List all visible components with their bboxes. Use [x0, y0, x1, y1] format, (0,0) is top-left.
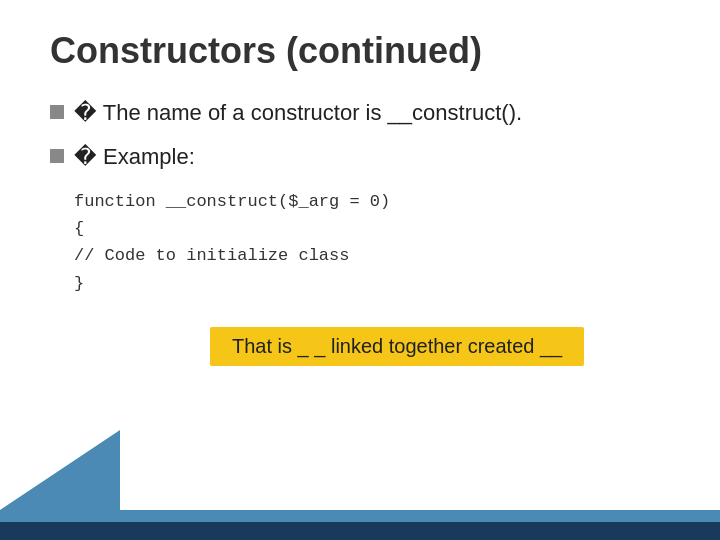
bullet-square-2 [50, 149, 64, 163]
bottom-bar-light [0, 510, 720, 522]
bullet1-text: name of a constructor is __construct(). [141, 100, 523, 125]
example-section: � Example: function __construct($_arg = … [50, 144, 670, 297]
bullet-text-1: � The name of a constructor is __constru… [74, 100, 522, 126]
highlight-box: That is _ _ linked together created __ [210, 327, 584, 366]
code-line-3: // Code to initialize class [74, 242, 670, 269]
bullet-square-1 [50, 105, 64, 119]
code-line-4: } [74, 270, 670, 297]
bullet-item-1: � The name of a constructor is __constru… [50, 100, 670, 126]
bullet-item-2: � Example: [50, 144, 670, 170]
bullet1-prefix: � The [74, 100, 141, 125]
code-line-2: { [74, 215, 670, 242]
slide-title: Constructors (continued) [50, 30, 670, 72]
bullet2-prefix: � Example: [74, 144, 195, 170]
code-line-1: function __construct($_arg = 0) [74, 188, 670, 215]
bottom-bar-dark [0, 522, 720, 540]
slide: Constructors (continued) � The name of a… [0, 0, 720, 540]
code-block: function __construct($_arg = 0) { // Cod… [74, 188, 670, 297]
diagonal-accent [0, 430, 120, 510]
slide-content: Constructors (continued) � The name of a… [0, 0, 720, 446]
